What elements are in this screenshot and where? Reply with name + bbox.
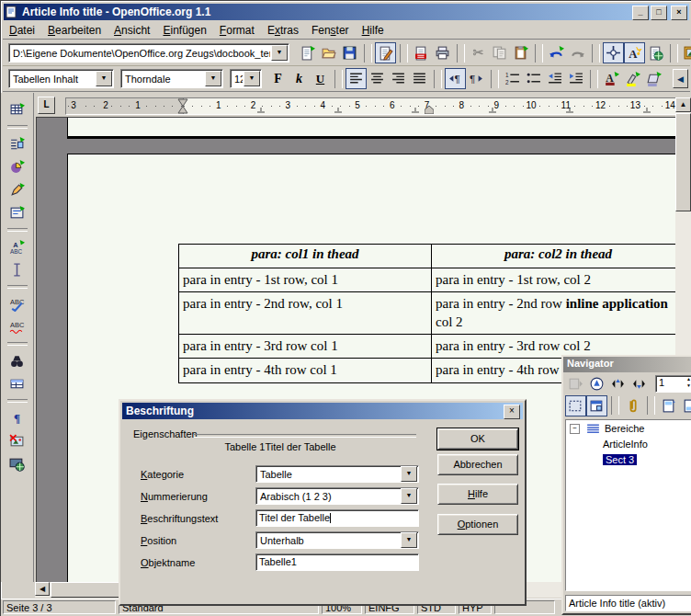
paragraph-style-combo[interactable]: Tabellen Inhalt ▼ — [8, 69, 114, 88]
nav-display-window-button[interactable] — [586, 395, 607, 416]
find-replace-button[interactable] — [6, 350, 28, 371]
nav-toggle-button[interactable] — [565, 373, 586, 394]
menu-fenster[interactable]: Fenster — [305, 22, 356, 39]
table-cell[interactable]: para in entry - 4th row col 1 — [179, 359, 432, 382]
toolbar-collapse-button[interactable]: ◀ — [673, 69, 688, 88]
menu-ansicht[interactable]: Ansicht — [108, 22, 156, 39]
tree-expand-icon[interactable]: − — [570, 424, 580, 434]
numbered-list-button[interactable]: 12 — [502, 68, 523, 89]
dropdown-icon[interactable]: ▼ — [401, 466, 417, 482]
size-dropdown-icon[interactable]: ▼ — [244, 71, 260, 86]
page-number-spinner[interactable]: 1▲▼ — [655, 375, 691, 393]
navigator-tree[interactable]: −BereicheArticleInfoSect 3 — [565, 419, 691, 591]
navigator-title-bar[interactable]: Navigator — [563, 357, 691, 372]
copy-button[interactable] — [489, 42, 510, 63]
vertical-scroll-thumb[interactable] — [675, 113, 691, 211]
table-header-cell[interactable]: para: col2 in thead — [432, 245, 675, 268]
nav-previous-button[interactable] — [607, 373, 629, 394]
menu-hilfe[interactable]: Hilfe — [356, 22, 391, 39]
nav-anchor-clip-button[interactable] — [622, 395, 643, 416]
hyperlink-bar-button[interactable] — [645, 42, 666, 63]
table-cell[interactable]: para in entry - 3rd row col 1 — [179, 335, 432, 358]
scroll-left-icon[interactable]: ◀ — [35, 582, 50, 596]
tree-item-bereiche[interactable]: −Bereiche — [566, 421, 691, 436]
align-justify-button[interactable] — [409, 68, 430, 89]
insert-object-button[interactable] — [6, 156, 28, 177]
nav-header-button[interactable] — [658, 395, 679, 416]
font-size-combo[interactable]: 12 ▼ — [230, 69, 262, 88]
table-cell[interactable]: para in entry - 2nd row, col 1 — [179, 292, 432, 334]
menu-einfügen[interactable]: Einfügen — [156, 22, 212, 39]
font-color-button[interactable]: A — [601, 68, 622, 89]
indent-marker[interactable] — [177, 98, 188, 114]
data-sources-button[interactable] — [6, 373, 28, 394]
menu-datei[interactable]: Datei — [3, 22, 41, 39]
dialog-close-icon[interactable]: × — [504, 405, 520, 419]
align-left-button[interactable] — [346, 68, 367, 89]
para-rtl-button[interactable]: ¶ — [466, 68, 487, 89]
insert-frame-button[interactable] — [6, 133, 28, 154]
minimize-button[interactable]: _ — [632, 6, 649, 20]
para-ltr-button[interactable]: ¶ — [445, 68, 466, 89]
url-dropdown-icon[interactable]: ▼ — [271, 45, 288, 61]
decrease-indent-button[interactable] — [544, 68, 565, 89]
close-button[interactable]: × — [671, 6, 687, 20]
italic-button[interactable]: k — [289, 68, 310, 89]
navigator-button[interactable] — [603, 42, 624, 63]
underline-button[interactable]: U — [310, 68, 331, 89]
table-header-cell[interactable]: para: col1 in thead — [179, 245, 432, 268]
autotext-button[interactable]: AABC — [6, 236, 28, 257]
online-layout-button[interactable] — [6, 453, 28, 474]
abbrechen-button[interactable]: Abbrechen — [437, 454, 518, 475]
direct-cursor-button[interactable] — [6, 259, 28, 280]
style-dropdown-icon[interactable]: ▼ — [96, 71, 112, 86]
table-cell[interactable]: para in entry - 2nd row inline applicati… — [432, 292, 675, 334]
cut-button[interactable]: ✂ — [468, 42, 489, 63]
spinner-arrows-icon[interactable]: ▲▼ — [685, 376, 691, 392]
menu-extras[interactable]: Extras — [261, 22, 305, 39]
stylist-button[interactable]: A — [624, 42, 645, 63]
increase-indent-button[interactable] — [565, 68, 586, 89]
graphics-onoff-button[interactable] — [6, 430, 28, 451]
spellcheck-button[interactable]: ABC — [6, 293, 28, 314]
navigator-document-list[interactable]: Article Info title (aktiv) — [565, 595, 691, 611]
optionen-button[interactable]: Optionen — [437, 514, 518, 535]
align-right-button[interactable] — [388, 68, 409, 89]
nav-footer-button[interactable] — [679, 395, 691, 416]
horizontal-ruler[interactable]: 3211234567891011121314 — [65, 97, 677, 115]
form-functions-button[interactable] — [6, 202, 28, 223]
nav-next-button[interactable] — [629, 373, 650, 394]
export-pdf-button[interactable] — [411, 42, 432, 63]
background-color-button[interactable] — [643, 68, 664, 89]
gallery-button[interactable] — [681, 42, 691, 63]
save-button[interactable] — [339, 42, 360, 63]
position-combo[interactable]: Unterhalb▼ — [255, 531, 419, 549]
dropdown-icon[interactable]: ▼ — [401, 532, 417, 548]
page-2-bottom[interactable] — [67, 118, 675, 139]
dialog-title-bar[interactable]: Beschriftung — [122, 403, 523, 419]
tree-item-articleinfo[interactable]: ArticleInfo — [566, 437, 691, 451]
new-document-button[interactable] — [297, 42, 318, 63]
bold-button[interactable]: F — [267, 68, 289, 89]
right-indent-marker[interactable] — [425, 106, 434, 114]
table-cell[interactable]: para in entry - 1st row, col 1 — [179, 268, 432, 291]
menu-bearbeiten[interactable]: Bearbeiten — [41, 22, 108, 39]
bullet-list-button[interactable] — [523, 68, 544, 89]
beschriftungstext-input[interactable]: Titel der Tabelle — [255, 509, 419, 527]
print-file-button[interactable] — [432, 42, 453, 63]
table-cell[interactable]: para in entry - 1st row, col 2 — [432, 268, 675, 291]
objektname-input[interactable]: Tabelle1 — [255, 553, 419, 571]
draw-functions-button[interactable] — [6, 179, 28, 200]
redo-button[interactable] — [567, 42, 588, 63]
hilfe-button[interactable]: Hilfe — [437, 484, 518, 505]
nav-drag-mode-button[interactable] — [565, 395, 586, 416]
dropdown-icon[interactable]: ▼ — [401, 488, 417, 504]
maximize-button[interactable]: □ — [651, 6, 667, 20]
menu-format[interactable]: Format — [213, 22, 261, 39]
align-center-button[interactable] — [367, 68, 388, 89]
ok-button[interactable]: OK — [437, 428, 518, 450]
scroll-up-icon[interactable]: ▲ — [675, 97, 691, 112]
font-dropdown-icon[interactable]: ▼ — [205, 71, 221, 86]
status-field-seite-3-3[interactable]: Seite 3 / 3 — [3, 600, 116, 614]
insert-table-button[interactable] — [6, 99, 28, 120]
